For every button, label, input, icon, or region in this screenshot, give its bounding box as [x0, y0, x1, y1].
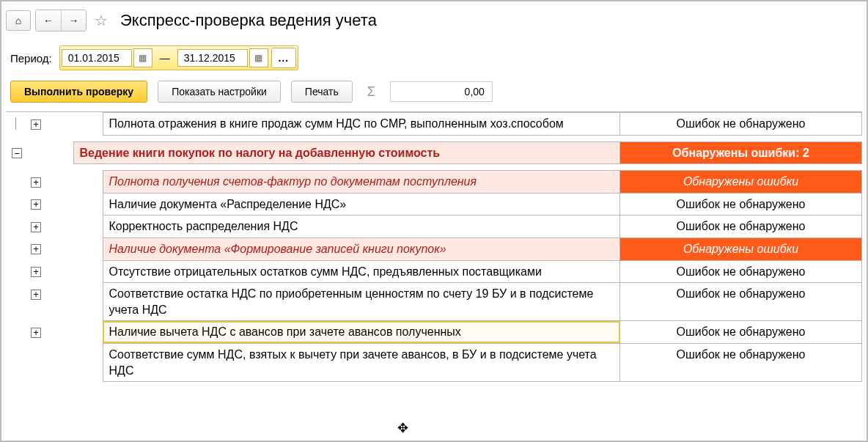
date-to-calendar-button[interactable]: ▦ — [249, 48, 268, 67]
table-row: + Полнота получения счетов-фактур по док… — [6, 171, 862, 194]
expand-button[interactable]: + — [31, 199, 41, 210]
row-desc: Наличие вычета НДС с авансов при зачете … — [103, 321, 620, 344]
app-window: ⌂ ← → ☆ Экспресс-проверка ведения учета … — [0, 0, 868, 442]
run-check-button[interactable]: Выполнить проверку — [10, 81, 147, 103]
row-status: Ошибок не обнаружено — [620, 321, 862, 344]
report-area[interactable]: + Полнота отражения в книге продаж сумм … — [6, 111, 862, 414]
calendar-icon: ▦ — [254, 53, 262, 63]
date-from-field[interactable]: 01.01.2015 — [62, 49, 132, 67]
home-button[interactable]: ⌂ — [6, 10, 31, 31]
show-settings-button[interactable]: Показать настройки — [158, 81, 281, 103]
collapse-button[interactable]: − — [12, 148, 22, 158]
back-button[interactable]: ← — [36, 10, 61, 31]
table-row: + Наличие документа «Распределение НДС» … — [6, 193, 862, 216]
titlebar: ⌂ ← → ☆ Экспресс-проверка ведения учета — [6, 6, 862, 35]
group-row: − Ведение книги покупок по налогу на доб… — [6, 141, 862, 164]
cursor-icon: ✥ — [397, 420, 408, 436]
expand-button[interactable]: + — [31, 290, 41, 300]
row-desc: Отсутствие отрицательных остатков сумм Н… — [103, 260, 620, 283]
row-status: Ошибок не обнаружено — [620, 343, 862, 381]
row-status: Ошибок не обнаружено — [620, 283, 862, 321]
row-status: Обнаружены ошибки — [620, 237, 862, 260]
period-row: Период: 01.01.2015 ▦ — 31.12.2015 ▦ ... — [6, 45, 862, 70]
arrow-left-icon: ← — [43, 15, 54, 26]
row-status: Ошибок не обнаружено — [620, 113, 862, 136]
row-status: Ошибок не обнаружено — [620, 193, 862, 216]
date-from-calendar-button[interactable]: ▦ — [133, 48, 152, 67]
home-icon: ⌂ — [15, 15, 21, 26]
table-row-selected: + Наличие вычета НДС с авансов при зачет… — [6, 321, 862, 344]
arrow-right-icon: → — [69, 15, 79, 26]
table-row: + Отсутствие отрицательных остатков сумм… — [6, 260, 862, 283]
row-desc: Наличие документа «Формирование записей … — [103, 237, 620, 260]
row-desc: Полнота получения счетов-фактур по докум… — [103, 171, 620, 194]
sum-field[interactable]: 0,00 — [390, 81, 493, 102]
expand-button[interactable]: + — [31, 244, 41, 254]
group-title: Ведение книги покупок по налогу на добав… — [73, 141, 620, 164]
row-status: Ошибок не обнаружено — [620, 260, 862, 283]
period-dash: — — [152, 52, 177, 64]
expand-button[interactable]: + — [31, 328, 41, 338]
table-row: + Наличие документа «Формирование записе… — [6, 237, 862, 260]
expand-button[interactable]: + — [31, 222, 41, 232]
expand-button[interactable]: + — [31, 177, 41, 188]
print-button[interactable]: Печать — [291, 81, 353, 103]
row-desc: Полнота отражения в книге продаж сумм НД… — [103, 113, 620, 136]
sigma-icon: Σ — [363, 84, 380, 100]
table-row: Соответствие сумм НДС, взятых к вычету п… — [6, 343, 862, 381]
period-group: 01.01.2015 ▦ — 31.12.2015 ▦ ... — [59, 45, 298, 70]
nav-buttons: ← → — [35, 10, 87, 32]
date-to-field[interactable]: 31.12.2015 — [177, 49, 248, 67]
table-row: + Полнота отражения в книге продаж сумм … — [6, 113, 862, 136]
row-status: Ошибок не обнаружено — [620, 216, 862, 238]
calendar-icon: ▦ — [139, 53, 147, 63]
row-status: Обнаружены ошибки — [620, 171, 862, 194]
row-desc: Корректность распределения НДС — [103, 216, 620, 238]
period-label: Период: — [10, 52, 52, 65]
row-desc: Соответствие остатка НДС по приобретенны… — [103, 283, 620, 321]
table-row: + Корректность распределения НДС Ошибок … — [6, 216, 862, 238]
forward-button[interactable]: → — [61, 10, 86, 31]
page-title: Экспресс-проверка ведения учета — [120, 11, 377, 30]
table-row: + Соответствие остатка НДС по приобретен… — [6, 283, 862, 321]
row-desc: Соответствие сумм НДС, взятых к вычету п… — [103, 343, 620, 381]
favorite-button[interactable]: ☆ — [91, 10, 111, 31]
toolbar: Выполнить проверку Показать настройки Пе… — [6, 81, 862, 103]
star-icon: ☆ — [95, 12, 108, 29]
expand-button[interactable]: + — [31, 119, 41, 130]
period-picker-button[interactable]: ... — [271, 48, 296, 68]
report-table: + Полнота отражения в книге продаж сумм … — [6, 112, 862, 382]
group-status: Обнаружены ошибки: 2 — [620, 141, 862, 164]
expand-button[interactable]: + — [31, 267, 41, 277]
row-desc: Наличие документа «Распределение НДС» — [103, 193, 620, 216]
